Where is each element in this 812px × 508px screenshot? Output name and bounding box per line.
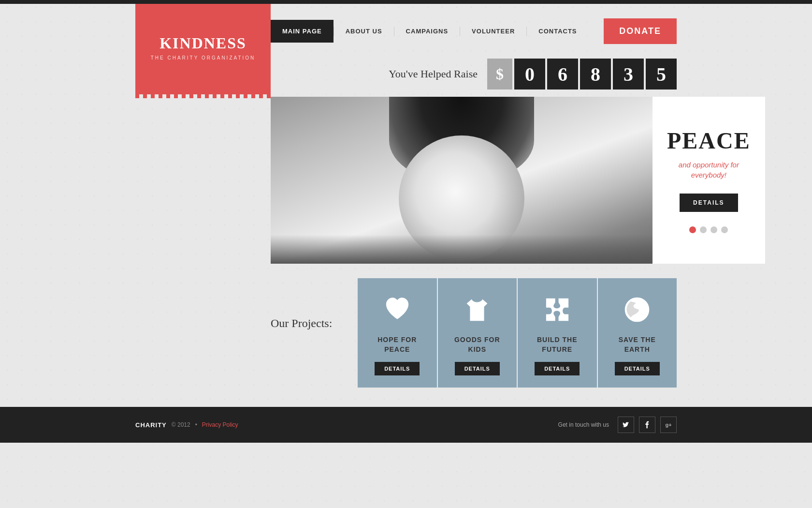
donate-button[interactable]: DONATE <box>604 18 677 44</box>
nav-main-page[interactable]: MAIN PAGE <box>271 20 334 43</box>
project-earth-name: SAVE THE EARTH <box>608 335 667 354</box>
googleplus-label: g+ <box>665 422 671 428</box>
footer-right: Get in touch with us g+ <box>558 417 677 433</box>
footer-social-label: Get in touch with us <box>558 421 609 428</box>
dot-1[interactable] <box>689 226 696 233</box>
project-goods-name: GOODS FOR KIDS <box>448 335 508 354</box>
project-future-name: BUILD THE FUTURE <box>527 335 587 354</box>
projects-grid: HOPE FOR PEACE DETAILS GOODS FOR KIDS DE… <box>358 278 677 388</box>
footer-brand: CHARITY <box>135 421 167 429</box>
project-earth-details[interactable]: DETAILS <box>615 362 660 375</box>
projects-label: Our Projects: <box>271 278 348 330</box>
navigation: MAIN PAGE ABOUT US CAMPAIGNS VOLUNTEER C… <box>271 4 677 49</box>
logo-block: KINDNESS THE CHARITY ORGANIZATION <box>135 0 271 94</box>
slider-title: PEACE <box>667 127 751 154</box>
project-goods-for-kids[interactable]: GOODS FOR KIDS DETAILS <box>438 278 517 388</box>
nav-campaigns[interactable]: CAMPAIGNS <box>394 20 460 43</box>
slider-section: PEACE and opportunity for everybody! DET… <box>271 97 677 264</box>
shirt-icon <box>460 293 494 327</box>
slider-image <box>271 97 652 264</box>
project-hope-for-peace[interactable]: HOPE FOR PEACE DETAILS <box>358 278 437 388</box>
project-save-earth[interactable]: SAVE THE EARTH DETAILS <box>598 278 677 388</box>
project-future-details[interactable]: DETAILS <box>535 362 580 375</box>
slider-info: PEACE and opportunity for everybody! DET… <box>652 97 765 264</box>
project-hope-details[interactable]: DETAILS <box>375 362 420 375</box>
counter-digit-2: 8 <box>580 59 611 90</box>
footer-bullet: • <box>195 421 197 428</box>
logo-subtitle: THE CHARITY ORGANIZATION <box>151 55 256 60</box>
footer-privacy-link[interactable]: Privacy Policy <box>202 421 238 428</box>
footer: CHARITY © 2012 • Privacy Policy Get in t… <box>0 407 812 443</box>
puzzle-icon <box>540 293 574 327</box>
project-hope-name: HOPE FOR PEACE <box>367 335 427 354</box>
social-googleplus-button[interactable]: g+ <box>660 417 677 433</box>
raised-section: You've Helped Raise $ 0 6 8 3 5 <box>271 49 677 97</box>
slider-dots <box>689 226 728 233</box>
dot-2[interactable] <box>700 226 707 233</box>
slider-details-button[interactable]: DETAILS <box>680 194 738 212</box>
social-facebook-button[interactable] <box>639 417 655 433</box>
heart-icon <box>380 293 414 327</box>
nav-volunteer[interactable]: VOLUNTEER <box>460 20 526 43</box>
counter-digit-4: 5 <box>646 59 677 90</box>
counter-digit-1: 6 <box>547 59 578 90</box>
top-bar <box>0 0 812 4</box>
nav-about-us[interactable]: ABOUT US <box>334 20 394 43</box>
counter-container: $ 0 6 8 3 5 <box>487 59 677 90</box>
project-goods-details[interactable]: DETAILS <box>455 362 500 375</box>
counter-digit-0: 0 <box>514 59 545 90</box>
counter-dollar: $ <box>487 59 512 90</box>
dot-4[interactable] <box>721 226 728 233</box>
globe-icon <box>620 293 654 327</box>
footer-inner: CHARITY © 2012 • Privacy Policy Get in t… <box>135 417 677 433</box>
counter-digit-3: 3 <box>613 59 644 90</box>
footer-copyright: © 2012 <box>172 421 190 428</box>
raised-label: You've Helped Raise <box>389 68 478 80</box>
footer-left: CHARITY © 2012 • Privacy Policy <box>135 421 238 429</box>
projects-section: Our Projects: HOPE FOR PEACE DETAILS <box>271 278 677 388</box>
dot-3[interactable] <box>710 226 717 233</box>
social-twitter-button[interactable] <box>618 417 634 433</box>
project-build-future[interactable]: BUILD THE FUTURE DETAILS <box>518 278 597 388</box>
logo-title: KINDNESS <box>160 34 246 52</box>
nav-contacts[interactable]: CONTACTS <box>527 20 588 43</box>
slider-subtitle: and opportunity for everybody! <box>667 160 751 180</box>
